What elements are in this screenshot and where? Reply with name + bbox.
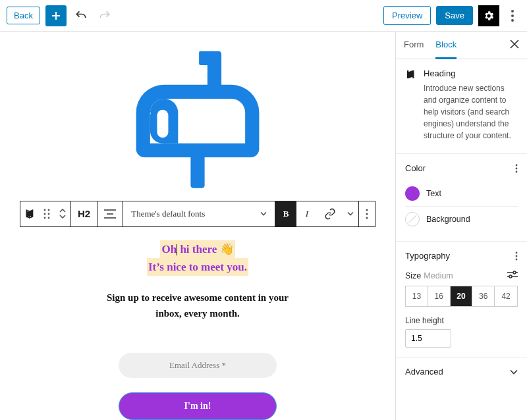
link-button[interactable] — [318, 201, 343, 226]
font-family-select[interactable]: Theme's default fonts — [123, 209, 275, 219]
more-button[interactable] — [505, 10, 520, 22]
bg-color-label: Background — [426, 215, 470, 224]
text-color-swatch — [405, 186, 420, 201]
svg-point-8 — [44, 209, 46, 211]
plus-icon — [50, 10, 62, 22]
heading-line1-b: hi there — [177, 243, 219, 255]
block-type-button[interactable] — [20, 201, 39, 226]
svg-point-13 — [48, 217, 50, 219]
svg-point-24 — [509, 275, 512, 278]
save-button[interactable]: Save — [436, 6, 473, 25]
svg-point-17 — [516, 164, 518, 166]
text-color-label: Text — [426, 189, 441, 198]
italic-button[interactable]: I — [296, 201, 318, 226]
editor-canvas: H2 Theme's default fonts B I — [0, 32, 395, 420]
move-buttons[interactable] — [55, 201, 70, 226]
bold-button[interactable]: B — [275, 201, 296, 226]
svg-point-11 — [48, 213, 50, 215]
heading-block[interactable]: Oh hi there 👋 It’s nice to meet you. — [147, 240, 248, 276]
toolbar-left: Back — [7, 5, 114, 26]
undo-icon — [74, 9, 88, 22]
size-13[interactable]: 13 — [406, 286, 428, 306]
drag-icon — [43, 209, 51, 219]
back-button[interactable]: Back — [7, 7, 40, 24]
kebab-icon — [515, 164, 518, 173]
svg-point-9 — [48, 209, 50, 211]
toolbar-right: Preview Save — [383, 5, 520, 26]
tab-block[interactable]: Block — [435, 32, 457, 59]
submit-button[interactable]: I'm in! — [119, 392, 277, 420]
more-formatting-button[interactable] — [343, 201, 358, 226]
line-height-input[interactable] — [405, 329, 451, 348]
email-field[interactable]: Email Address * — [119, 353, 277, 378]
close-panel-button[interactable] — [510, 39, 519, 51]
link-icon — [324, 208, 336, 220]
add-block-button[interactable] — [45, 5, 67, 26]
settings-button[interactable] — [478, 5, 499, 26]
svg-point-23 — [513, 271, 516, 274]
heading-line2: It’s nice to meet you. — [147, 258, 248, 276]
chevron-down-icon — [260, 211, 267, 216]
chevron-up-icon — [59, 209, 66, 213]
font-family-label: Theme's default fonts — [131, 209, 205, 219]
svg-point-14 — [366, 209, 368, 211]
color-panel: Color Text Background — [396, 154, 527, 242]
heading-block-icon — [405, 68, 417, 142]
size-buttons: 13 16 20 36 42 — [405, 286, 518, 307]
typography-options-button[interactable] — [515, 251, 518, 261]
chevron-down-icon — [510, 369, 518, 375]
heading-level-button[interactable]: H2 — [71, 201, 97, 226]
svg-point-16 — [366, 217, 368, 219]
background-color-row[interactable]: Background — [405, 206, 518, 232]
size-custom-button[interactable] — [507, 271, 518, 278]
svg-point-15 — [366, 213, 368, 215]
align-center-icon — [104, 209, 116, 219]
sidebar-tabs: Form Block — [396, 32, 527, 59]
size-42[interactable]: 42 — [495, 286, 517, 306]
drag-handle[interactable] — [39, 201, 55, 226]
size-label: Size — [405, 271, 421, 280]
svg-point-19 — [516, 171, 518, 172]
chevron-down-icon — [59, 214, 66, 219]
subheading-text[interactable]: Sign up to receive awesome content in yo… — [105, 290, 290, 321]
svg-point-2 — [511, 19, 514, 22]
redo-icon — [98, 9, 111, 22]
svg-point-12 — [44, 217, 46, 219]
preview-button[interactable]: Preview — [383, 6, 431, 25]
heading-line1-a: Oh — [161, 243, 177, 255]
svg-point-22 — [516, 258, 518, 260]
line-height-label: Line height — [405, 316, 518, 325]
size-36[interactable]: 36 — [472, 286, 495, 306]
align-button[interactable] — [97, 201, 123, 226]
svg-rect-5 — [190, 155, 204, 188]
top-toolbar: Back Preview Save — [0, 0, 527, 32]
block-info-text: Heading Introduce new sections and organ… — [424, 68, 518, 142]
color-options-button[interactable] — [515, 164, 518, 173]
heading-block-icon — [24, 209, 35, 219]
block-info: Heading Introduce new sections and organ… — [396, 59, 527, 154]
size-20[interactable]: 20 — [451, 286, 473, 306]
block-title: Heading — [424, 68, 518, 78]
chevron-down-icon — [347, 211, 354, 216]
color-panel-title: Color — [405, 163, 426, 173]
wave-emoji: 👋 — [220, 243, 234, 255]
block-options-button[interactable] — [359, 201, 375, 226]
advanced-panel-toggle[interactable]: Advanced — [396, 357, 527, 386]
kebab-icon — [515, 251, 518, 261]
tab-form[interactable]: Form — [404, 32, 424, 59]
block-toolbar: H2 Theme's default fonts B I — [20, 201, 375, 227]
kebab-icon — [511, 10, 514, 22]
svg-point-18 — [516, 167, 518, 169]
size-preset: Medium — [424, 271, 453, 280]
bg-color-swatch — [405, 212, 420, 226]
size-16[interactable]: 16 — [428, 286, 451, 306]
redo-button[interactable] — [96, 7, 114, 25]
block-description: Introduce new sections and organize cont… — [424, 82, 518, 142]
svg-point-10 — [44, 213, 46, 215]
undo-button[interactable] — [72, 7, 90, 25]
close-icon — [510, 39, 519, 49]
svg-point-0 — [511, 10, 514, 13]
kebab-icon — [366, 209, 368, 219]
text-color-row[interactable]: Text — [405, 181, 518, 206]
typography-panel: Typography Size Medium 13 16 20 36 4 — [396, 242, 527, 357]
